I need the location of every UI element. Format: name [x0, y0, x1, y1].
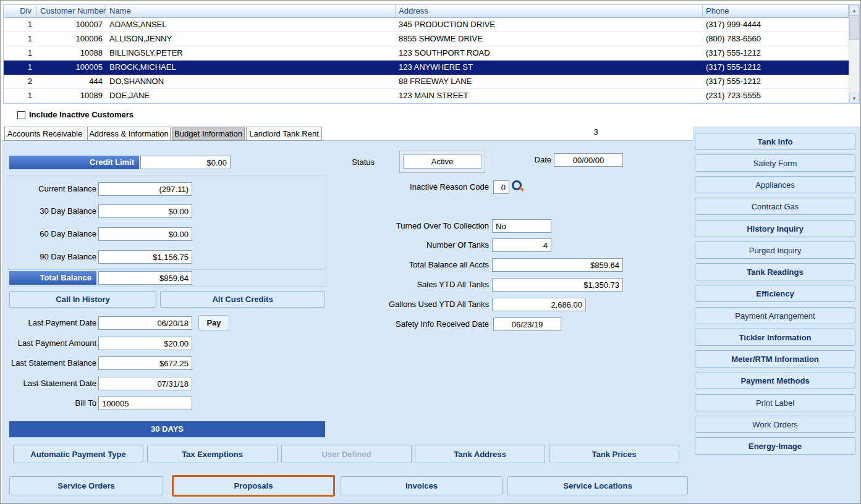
date-label: Date	[519, 153, 551, 167]
number-of-tanks-field[interactable]	[492, 238, 551, 252]
service-locations-button[interactable]: Service Locations	[507, 476, 688, 495]
bill-to-field[interactable]	[98, 397, 192, 410]
current-balance-label: Current Balance	[8, 182, 96, 196]
cell-name: DOE,JANE	[106, 89, 396, 103]
invoices-button[interactable]: Invoices	[341, 476, 503, 495]
cell-address: 8855 SHOWME DRIVE	[396, 32, 703, 46]
tax-exemptions-button[interactable]: Tax Exemptions	[147, 445, 278, 463]
column-header-phone[interactable]: Phone	[703, 5, 849, 17]
cell-name: BROCK,MICHAEL	[106, 61, 396, 74]
table-row[interactable]: 1 100006 ALLISON,JENNY 8855 SHOWME DRIVE…	[4, 32, 849, 46]
sidebar-button-print-label[interactable]: Print Label	[695, 394, 855, 411]
proposals-button[interactable]: Proposals	[172, 475, 335, 497]
sidebar-button-work-orders[interactable]: Work Orders	[695, 416, 855, 433]
sidebar-button-tank-info[interactable]: Tank Info	[695, 133, 855, 150]
status-label: Status	[337, 156, 375, 169]
table-row[interactable]: 1 100007 ADAMS,ANSEL 345 PRODUCTION DRIV…	[4, 18, 849, 32]
cell-customer-number: 10089	[37, 89, 106, 103]
balance-60-day-field[interactable]	[98, 227, 192, 241]
grid-scrollbar[interactable]: ▲ ▼	[849, 5, 859, 103]
sidebar-button-purged-inquiry[interactable]: Purged Inquiry	[695, 242, 855, 259]
service-orders-button[interactable]: Service Orders	[9, 476, 163, 495]
scrollbar-thumb[interactable]	[849, 15, 859, 40]
table-row[interactable]: 1 10089 DOE,JANE 123 MAIN STREET (231) 7…	[4, 89, 849, 103]
turned-over-to-collection-field[interactable]	[492, 219, 551, 233]
cell-div: 1	[4, 89, 37, 103]
tank-prices-button[interactable]: Tank Prices	[549, 445, 679, 463]
tank-address-button[interactable]: Tank Address	[415, 445, 545, 463]
balance-30-day-label: 30 Day Balance	[8, 204, 96, 218]
sidebar-button-meter-rtm-information[interactable]: Meter/RTM Information	[695, 350, 855, 368]
cell-name: ADAMS,ANSEL	[106, 18, 396, 32]
cell-customer-number: 100006	[37, 32, 106, 46]
grid-header-row: Div Customer Number Name Address Phone	[4, 5, 849, 18]
tab-landlord-tank-rent[interactable]: Landlord Tank Rent	[246, 127, 322, 141]
last-payment-amount-label: Last Payment Amount	[2, 337, 96, 350]
status-value[interactable]: Active	[403, 154, 481, 169]
sales-ytd-all-tanks-field[interactable]	[492, 278, 623, 292]
total-balance-field[interactable]	[98, 271, 192, 285]
inactive-reason-code-field[interactable]	[493, 180, 509, 194]
balance-60-day-label: 60 Day Balance	[8, 227, 96, 241]
pay-button[interactable]: Pay	[198, 315, 229, 330]
column-header-customer-number[interactable]: Customer Number	[37, 5, 106, 17]
sidebar-button-tank-readings[interactable]: Tank Readings	[695, 263, 855, 280]
safety-info-received-date-field[interactable]	[493, 317, 561, 331]
sidebar-button-tickler-information[interactable]: Tickler Information	[695, 329, 855, 346]
cell-address: 123 SOUTHPORT ROAD	[396, 46, 703, 60]
bill-to-label: Bill To	[2, 397, 96, 410]
column-header-address[interactable]: Address	[396, 5, 703, 17]
sidebar-button-payment-methods[interactable]: Payment Methods	[695, 372, 855, 389]
sidebar-button-history-inquiry[interactable]: History Inquiry	[695, 220, 855, 237]
sidebar-button-appliances[interactable]: Appliances	[695, 176, 855, 193]
cell-div: 1	[4, 32, 37, 46]
sidebar-button-efficiency[interactable]: Efficiency	[695, 285, 855, 302]
include-inactive-checkbox[interactable]	[17, 111, 25, 119]
cell-name: BILLINGSLY,PETER	[106, 46, 396, 60]
column-header-name[interactable]: Name	[106, 5, 396, 17]
cell-phone: (800) 783-6560	[703, 32, 849, 46]
sidebar-button-energy-image[interactable]: Energy-Image	[695, 437, 855, 455]
balance-30-day-field[interactable]	[98, 204, 192, 218]
number-of-tanks-label: Number Of Tanks	[310, 238, 489, 252]
scroll-down-icon[interactable]: ▼	[849, 93, 859, 103]
balance-90-day-field[interactable]	[98, 250, 192, 264]
last-payment-date-field[interactable]	[98, 316, 192, 330]
cell-customer-number: 10088	[37, 46, 106, 60]
automatic-payment-type-button[interactable]: Automatic Payment Type	[13, 445, 143, 463]
balance-90-day-label: 90 Day Balance	[8, 250, 96, 264]
date-field[interactable]	[554, 153, 623, 167]
call-in-history-button[interactable]: Call In History	[9, 291, 156, 308]
gallons-used-ytd-label: Gallons Used YTD All Tanks	[310, 298, 489, 311]
scroll-up-icon[interactable]: ▲	[849, 5, 859, 15]
last-statement-balance-label: Last Statement Balance	[2, 356, 96, 370]
credit-limit-field[interactable]	[140, 156, 231, 169]
cell-customer-number: 444	[37, 75, 106, 88]
tab-budget-information[interactable]: Budget Information	[172, 127, 245, 141]
record-count: 3	[588, 127, 604, 136]
table-row[interactable]: 1 10088 BILLINGSLY,PETER 123 SOUTHPORT R…	[4, 46, 849, 61]
search-icon[interactable]	[511, 180, 524, 192]
tab-address-information[interactable]: Address & Information	[87, 127, 171, 141]
last-statement-date-field[interactable]	[98, 377, 192, 390]
gallons-used-ytd-field[interactable]	[492, 298, 586, 311]
last-payment-amount-field[interactable]	[98, 337, 192, 350]
cell-name: ALLISON,JENNY	[106, 32, 396, 46]
inactive-reason-code-label: Inactive Reason Code	[371, 180, 489, 194]
cell-div: 1	[4, 61, 37, 74]
sidebar-button-safety-form[interactable]: Safety Form	[695, 154, 855, 172]
current-balance-field[interactable]	[98, 182, 192, 196]
sidebar-button-payment-arrangement[interactable]: Payment Arrangement	[695, 307, 855, 324]
sidebar-button-contract-gas[interactable]: Contract Gas	[695, 198, 855, 215]
last-statement-balance-field[interactable]	[98, 356, 192, 370]
cell-address: 88 FREEWAY LANE	[396, 75, 703, 88]
table-row[interactable]: 2 444 DO,SHANNON 88 FREEWAY LANE (317) 5…	[4, 75, 849, 89]
total-balance-all-accts-field[interactable]	[492, 258, 623, 272]
column-header-div[interactable]: Div	[4, 5, 37, 17]
alt-cust-credits-button[interactable]: Alt Cust Credits	[160, 291, 325, 308]
table-row-selected[interactable]: 1 100005 BROCK,MICHAEL 123 ANYWHERE ST (…	[4, 61, 849, 75]
tab-accounts-receivable[interactable]: Accounts Receivable	[4, 127, 85, 141]
cell-div: 1	[4, 18, 37, 32]
cell-phone: (317) 999-4444	[703, 18, 849, 32]
include-inactive-label: Include Inactive Customers	[29, 110, 134, 119]
